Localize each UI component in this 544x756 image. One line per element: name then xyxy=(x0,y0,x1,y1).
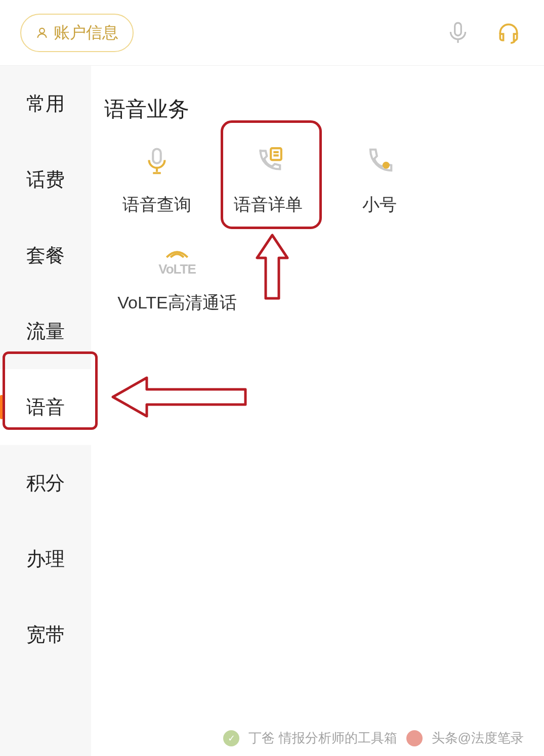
sidebar-item-voice[interactable]: 语音 xyxy=(0,369,91,445)
call-list-icon xyxy=(250,144,286,179)
sidebar-item-common[interactable]: 常用 xyxy=(0,66,91,142)
svg-point-4 xyxy=(383,162,390,169)
sidebar: 常用 话费 套餐 流量 语音 积分 办理 宽带 xyxy=(0,66,91,756)
toutiao-icon xyxy=(406,730,423,746)
volte-icon: VoLTE xyxy=(159,242,195,277)
phone-icon xyxy=(362,144,397,179)
sidebar-item-points[interactable]: 积分 xyxy=(0,445,91,521)
account-info-button[interactable]: 账户信息 xyxy=(20,14,134,52)
user-icon xyxy=(35,26,49,39)
sidebar-item-data[interactable]: 流量 xyxy=(0,293,91,369)
svg-rect-1 xyxy=(455,23,462,35)
microphone-icon xyxy=(445,20,471,46)
tile-voice-detail[interactable]: 语音详单 xyxy=(213,144,324,216)
svg-point-0 xyxy=(39,28,45,33)
svg-rect-3 xyxy=(271,148,281,160)
tile-volte[interactable]: VoLTE VoLTE高清通话 xyxy=(101,242,253,315)
tile-label: 小号 xyxy=(362,193,397,216)
sidebar-item-bill[interactable]: 话费 xyxy=(0,142,91,217)
annotation-arrow-left-icon xyxy=(109,372,250,422)
headset-icon xyxy=(496,20,521,46)
annotation-arrow-up-icon xyxy=(249,233,295,303)
sidebar-item-process[interactable]: 办理 xyxy=(0,521,91,597)
header: 账户信息 xyxy=(0,0,544,66)
tile-small-number[interactable]: 小号 xyxy=(324,144,435,216)
watermark-text-2: 头条@法度笔录 xyxy=(432,729,524,747)
body: 常用 话费 套餐 流量 语音 积分 办理 宽带 语音业务 语音查询 语音详单 xyxy=(0,66,544,756)
tile-label: VoLTE高清通话 xyxy=(117,291,237,315)
service-grid: 语音查询 语音详单 小号 VoLTE VoLTE高清通话 xyxy=(101,144,534,340)
sidebar-item-plan[interactable]: 套餐 xyxy=(0,217,91,293)
tile-voice-query[interactable]: 语音查询 xyxy=(101,144,213,216)
section-title: 语音业务 xyxy=(104,95,534,123)
account-label: 账户信息 xyxy=(54,22,118,44)
watermark: ✓ 丁爸 情报分析师的工具箱 头条@法度笔录 xyxy=(223,729,524,747)
customer-service-button[interactable] xyxy=(493,18,524,48)
watermark-text-1: 丁爸 情报分析师的工具箱 xyxy=(248,729,397,747)
voice-search-button[interactable] xyxy=(443,18,473,48)
tile-label: 语音查询 xyxy=(122,193,191,216)
svg-rect-2 xyxy=(153,149,161,163)
wechat-icon: ✓ xyxy=(223,730,239,746)
sidebar-item-broadband[interactable]: 宽带 xyxy=(0,597,91,673)
mic-icon xyxy=(139,144,175,179)
tile-label: 语音详单 xyxy=(234,193,303,216)
